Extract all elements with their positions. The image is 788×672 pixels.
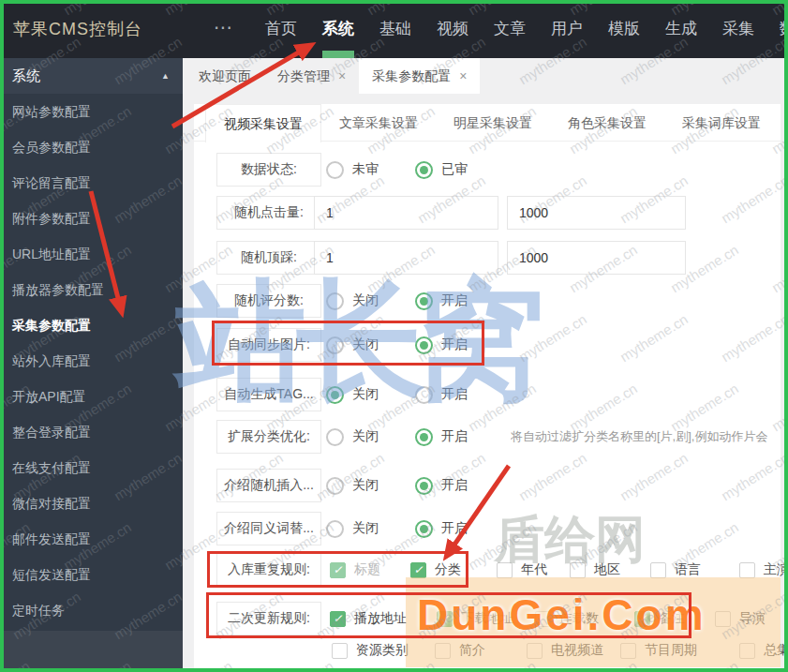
- radio-synonym-off[interactable]: 关闭: [326, 512, 379, 545]
- subtab-lexicon-collect[interactable]: 采集词库设置: [664, 104, 779, 142]
- checkbox-icon: [650, 562, 666, 578]
- radio-label: 已审: [441, 161, 468, 178]
- checkbox-resource-type[interactable]: 资源类别: [332, 634, 409, 667]
- checkbox-title[interactable]: ✓ 标题: [330, 553, 380, 587]
- subtab-role-collect[interactable]: 角色采集设置: [550, 104, 664, 142]
- checkbox-category[interactable]: ✓ 分类: [410, 553, 461, 587]
- sidebar-item-player-params[interactable]: 播放器参数配置: [0, 272, 183, 307]
- checkbox-remark[interactable]: ✓ 备注: [634, 602, 685, 635]
- subtab-video-collect[interactable]: 视频采集设置: [205, 104, 321, 142]
- radio-sync-on[interactable]: 开启: [415, 328, 468, 362]
- random-clicks-max-input[interactable]: [507, 196, 686, 230]
- label-intro-synonym: 介绍同义词替...: [216, 512, 321, 545]
- radio-extend-off[interactable]: 关闭: [326, 420, 379, 454]
- subtab-article-collect[interactable]: 文章采集设置: [321, 104, 436, 142]
- checkbox-label: 备注: [659, 610, 685, 627]
- radio-label: 关闭: [352, 520, 379, 537]
- checkbox-label: 分类: [435, 561, 461, 578]
- radio-tag-on[interactable]: 开启: [415, 378, 468, 411]
- radio-label: 开启: [441, 386, 468, 403]
- tab-category-manage[interactable]: 分类管理 ×: [264, 58, 359, 94]
- checkbox-year[interactable]: 年代: [497, 553, 547, 587]
- nav-item-collect[interactable]: 采集: [722, 0, 754, 58]
- label-store-dup-rule: 入库重复规则:: [216, 553, 321, 587]
- label-second-update-rule: 二次更新规则:: [216, 602, 321, 635]
- sidebar-item-website-params[interactable]: 网站参数配置: [0, 94, 183, 129]
- radio-icon: [415, 336, 433, 354]
- tab-welcome[interactable]: 欢迎页面: [186, 58, 264, 94]
- nav-item-template[interactable]: 模版: [608, 0, 640, 58]
- nav-item-home[interactable]: 首页: [265, 0, 297, 58]
- label-auto-sync-images: 自动同步图片:: [216, 328, 321, 362]
- checkbox-serial-count[interactable]: 连载数: [535, 602, 599, 635]
- radio-unaudited[interactable]: 未审: [326, 153, 379, 187]
- checkbox-director[interactable]: 导演: [715, 602, 766, 635]
- checkbox-actor[interactable]: 主演: [739, 553, 788, 587]
- radio-label: 开启: [441, 336, 468, 353]
- random-updown-min-input[interactable]: [314, 241, 498, 275]
- checkbox-download-url[interactable]: ✓ 下载地址: [437, 602, 513, 635]
- sidebar-item-member-params[interactable]: 会员参数配置: [0, 129, 183, 165]
- random-updown-max-input[interactable]: [507, 241, 686, 275]
- radio-tag-off[interactable]: 关闭: [326, 378, 379, 411]
- sidebar-item-external-store[interactable]: 站外入库配置: [0, 343, 183, 379]
- checkbox-play-url[interactable]: ✓ 播放地址: [330, 602, 407, 635]
- app-logo: 苹果CMS控制台: [13, 0, 142, 58]
- nav-item-article[interactable]: 文章: [494, 0, 526, 58]
- radio-intro-insert-off[interactable]: 关闭: [326, 469, 379, 502]
- radio-extend-on[interactable]: 开启: [415, 420, 468, 454]
- nav-item-basic[interactable]: 基础: [379, 0, 411, 58]
- random-clicks-min-input[interactable]: [314, 196, 498, 230]
- checkbox-program-cycle[interactable]: 节目周期: [620, 634, 697, 667]
- subtab-bar: 视频采集设置 文章采集设置 明星采集设置 角色采集设置 采集词库设置: [194, 104, 781, 142]
- sidebar-section-system[interactable]: 系统 ▲: [0, 58, 183, 94]
- sidebar-item-attachment-params[interactable]: 附件参数配置: [0, 201, 183, 236]
- sidebar-item-wechat-config[interactable]: 微信对接配置: [0, 485, 183, 521]
- radio-icon: [415, 520, 433, 538]
- nav-item-user[interactable]: 用户: [551, 0, 583, 58]
- nav-item-generate[interactable]: 生成: [665, 0, 697, 58]
- radio-sync-off[interactable]: 关闭: [326, 328, 379, 362]
- radio-score-off[interactable]: 关闭: [326, 284, 379, 318]
- radio-synonym-on[interactable]: 开启: [415, 512, 468, 545]
- nav-item-partial[interactable]: 数: [780, 0, 788, 58]
- sidebar-item-integrated-login[interactable]: 整合登录配置: [0, 414, 183, 450]
- sidebar-item-open-api[interactable]: 开放API配置: [0, 379, 183, 414]
- nav-item-system[interactable]: 系统: [322, 0, 354, 58]
- checkbox-icon: [497, 562, 513, 578]
- radio-label: 开启: [441, 520, 468, 537]
- checkbox-intro[interactable]: 简介: [435, 634, 485, 667]
- label-random-clicks: 随机点击量:: [216, 196, 321, 230]
- radio-icon: [326, 386, 344, 404]
- more-menu-icon[interactable]: ⋯: [214, 0, 234, 58]
- tab-collect-params[interactable]: 采集参数配置 ×: [359, 58, 480, 94]
- checkbox-tv-channel[interactable]: 电视频道: [527, 634, 603, 667]
- radio-intro-insert-on[interactable]: 开启: [415, 469, 468, 502]
- sidebar-item-sms-send[interactable]: 短信发送配置: [0, 557, 183, 592]
- radio-score-on[interactable]: 开启: [415, 284, 468, 318]
- radio-audited[interactable]: 已审: [415, 153, 468, 187]
- sidebar-item-online-payment[interactable]: 在线支付配置: [0, 450, 183, 485]
- sidebar-item-url-config[interactable]: URL地址配置: [0, 236, 183, 272]
- nav-item-video[interactable]: 视频: [437, 0, 468, 58]
- sidebar-item-collect-params[interactable]: 采集参数配置: [0, 307, 183, 343]
- checkbox-icon: ✓: [437, 611, 453, 627]
- radio-icon: [415, 292, 433, 310]
- close-icon[interactable]: ×: [338, 69, 346, 82]
- checkbox-icon: [739, 562, 755, 578]
- radio-icon: [326, 477, 344, 495]
- checkbox-icon: [435, 643, 451, 659]
- checkbox-icon: [535, 611, 551, 627]
- sidebar-item-scheduled-tasks[interactable]: 定时任务: [0, 592, 183, 628]
- checkbox-language[interactable]: 语言: [650, 553, 701, 587]
- checkbox-total-episodes[interactable]: 总集数: [739, 634, 788, 667]
- tab-label: 采集参数配置: [372, 58, 451, 94]
- checkbox-area[interactable]: 地区: [570, 553, 620, 587]
- radio-icon: [415, 428, 433, 446]
- sidebar-item-comment-config[interactable]: 评论留言配置: [0, 165, 183, 201]
- sidebar-section-label: 系统: [12, 67, 40, 83]
- close-icon[interactable]: ×: [459, 69, 467, 82]
- subtab-star-collect[interactable]: 明星采集设置: [436, 104, 550, 142]
- sidebar-item-email-send[interactable]: 邮件发送配置: [0, 521, 183, 557]
- radio-icon: [326, 428, 344, 446]
